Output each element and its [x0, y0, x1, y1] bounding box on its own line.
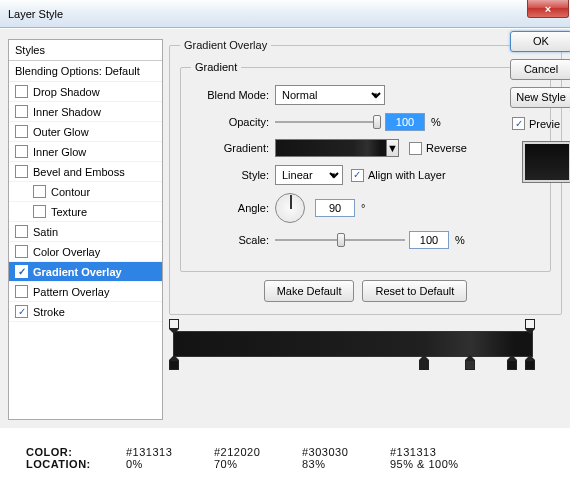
opacity-label: Opacity: — [191, 116, 269, 128]
style-label: Texture — [51, 206, 87, 218]
style-row-inner-glow[interactable]: Inner Glow — [9, 142, 162, 162]
cancel-button[interactable]: Cancel — [510, 59, 570, 80]
style-label: Satin — [33, 226, 58, 238]
checkbox-icon[interactable] — [15, 225, 28, 238]
reset-default-button[interactable]: Reset to Default — [362, 280, 467, 302]
align-checkbox[interactable] — [351, 169, 364, 182]
right-buttons: OK Cancel New Style Previe — [510, 31, 570, 183]
scale-label: Scale: — [191, 234, 269, 246]
checkbox-icon[interactable] — [15, 125, 28, 138]
align-label: Align with Layer — [368, 169, 446, 181]
angle-label: Angle: — [191, 202, 269, 214]
style-select[interactable]: Linear — [275, 165, 343, 185]
style-label: Contour — [51, 186, 90, 198]
footer-cell: #303030 — [302, 446, 390, 458]
make-default-button[interactable]: Make Default — [264, 280, 355, 302]
color-stop[interactable] — [465, 355, 475, 369]
footer-cell: 0% — [126, 458, 214, 470]
options-panel: Gradient Overlay Gradient Blend Mode: No… — [169, 39, 562, 420]
blending-options-row[interactable]: Blending Options: Default — [9, 61, 162, 82]
scale-slider[interactable] — [275, 239, 405, 241]
color-stop[interactable] — [419, 355, 429, 369]
style-row-contour[interactable]: Contour — [9, 182, 162, 202]
percent-label: % — [455, 234, 465, 246]
style-row-color-overlay[interactable]: Color Overlay — [9, 242, 162, 262]
preview-swatch — [522, 141, 570, 183]
checkbox-icon[interactable] — [15, 285, 28, 298]
chevron-down-icon: ▼ — [387, 142, 398, 154]
gradient-editor[interactable] — [169, 331, 537, 357]
slider-thumb-icon[interactable] — [373, 115, 381, 129]
style-label: Inner Glow — [33, 146, 86, 158]
style-label: Color Overlay — [33, 246, 100, 258]
degree-label: ° — [361, 202, 365, 214]
gradient-dropdown[interactable]: ▼ — [387, 139, 399, 157]
style-label: Style: — [191, 169, 269, 181]
footer-cell: #131313 — [390, 446, 478, 458]
blend-mode-label: Blend Mode: — [191, 89, 269, 101]
style-row-stroke[interactable]: Stroke — [9, 302, 162, 322]
reverse-checkbox[interactable] — [409, 142, 422, 155]
checkbox-icon[interactable] — [15, 145, 28, 158]
footer-cell: #212020 — [214, 446, 302, 458]
close-button[interactable]: × — [527, 0, 569, 18]
opacity-stop[interactable] — [169, 319, 179, 333]
group-title: Gradient Overlay — [180, 39, 271, 51]
slider-thumb-icon[interactable] — [337, 233, 345, 247]
blend-mode-select[interactable]: Normal — [275, 85, 385, 105]
percent-label: % — [431, 116, 441, 128]
dialog-body: Styles Blending Options: Default Drop Sh… — [0, 28, 570, 428]
angle-input[interactable] — [315, 199, 355, 217]
layer-style-window: Layer Style × Styles Blending Options: D… — [0, 0, 570, 428]
opacity-input[interactable] — [385, 113, 425, 131]
new-style-button[interactable]: New Style — [510, 87, 570, 108]
style-label: Outer Glow — [33, 126, 89, 138]
reverse-label: Reverse — [426, 142, 467, 154]
checkbox-icon[interactable] — [15, 305, 28, 318]
style-row-bevel-emboss[interactable]: Bevel and Emboss — [9, 162, 162, 182]
footer-cell: 95% & 100% — [390, 458, 459, 470]
opacity-slider[interactable] — [275, 121, 381, 123]
style-row-inner-shadow[interactable]: Inner Shadow — [9, 102, 162, 122]
styles-list: Styles Blending Options: Default Drop Sh… — [8, 39, 163, 420]
titlebar[interactable]: Layer Style × — [0, 0, 570, 28]
checkbox-icon[interactable] — [15, 165, 28, 178]
style-label: Gradient Overlay — [33, 266, 122, 278]
footer-info: COLOR: #131313 #212020 #303030 #131313 L… — [0, 428, 570, 488]
style-row-texture[interactable]: Texture — [9, 202, 162, 222]
angle-dial[interactable] — [275, 193, 305, 223]
footer-cell: #131313 — [126, 446, 214, 458]
gradient-swatch[interactable] — [275, 139, 387, 157]
style-row-gradient-overlay[interactable]: Gradient Overlay — [9, 262, 162, 282]
style-label: Bevel and Emboss — [33, 166, 125, 178]
footer-cell: 83% — [302, 458, 390, 470]
checkbox-icon[interactable] — [33, 205, 46, 218]
styles-header[interactable]: Styles — [9, 40, 162, 61]
footer-color-label: COLOR: — [26, 446, 126, 458]
color-stop[interactable] — [169, 355, 179, 369]
footer-cell: 70% — [214, 458, 302, 470]
checkbox-icon[interactable] — [33, 185, 46, 198]
color-stop[interactable] — [525, 355, 535, 369]
ok-button[interactable]: OK — [510, 31, 570, 52]
checkbox-icon[interactable] — [15, 265, 28, 278]
style-row-pattern-overlay[interactable]: Pattern Overlay — [9, 282, 162, 302]
style-row-outer-glow[interactable]: Outer Glow — [9, 122, 162, 142]
style-row-satin[interactable]: Satin — [9, 222, 162, 242]
window-title: Layer Style — [8, 8, 63, 20]
style-label: Pattern Overlay — [33, 286, 109, 298]
preview-label: Previe — [529, 118, 560, 130]
gradient-track[interactable] — [173, 331, 533, 357]
inner-title: Gradient — [191, 61, 241, 73]
preview-checkbox[interactable] — [512, 117, 525, 130]
opacity-stop[interactable] — [525, 319, 535, 333]
checkbox-icon[interactable] — [15, 85, 28, 98]
style-row-drop-shadow[interactable]: Drop Shadow — [9, 82, 162, 102]
style-label: Inner Shadow — [33, 106, 101, 118]
checkbox-icon[interactable] — [15, 105, 28, 118]
color-stop[interactable] — [507, 355, 517, 369]
checkbox-icon[interactable] — [15, 245, 28, 258]
scale-input[interactable] — [409, 231, 449, 249]
style-label: Stroke — [33, 306, 65, 318]
gradient-overlay-group: Gradient Overlay Gradient Blend Mode: No… — [169, 39, 562, 315]
